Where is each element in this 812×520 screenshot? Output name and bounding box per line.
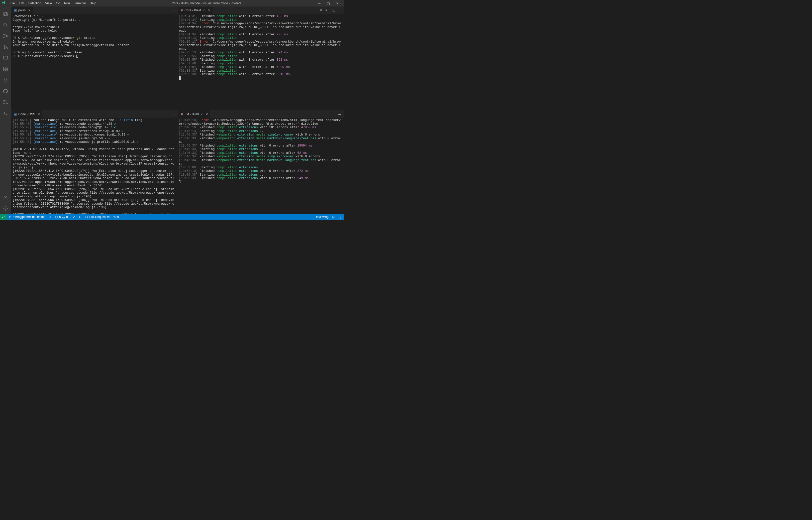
more-actions-icon[interactable]: ⋯ (172, 112, 175, 116)
activity-settings-gear-icon[interactable] (0, 203, 11, 214)
activity-search-icon[interactable] (0, 20, 11, 31)
check-icon: ✓ (203, 8, 205, 12)
svg-point-30 (79, 216, 80, 217)
activity-github-icon[interactable] (0, 86, 11, 97)
svg-point-17 (6, 103, 7, 104)
tab-ext-build[interactable]: ✖ Ext - Build ✓ ✕ (178, 110, 210, 118)
svg-point-38 (333, 216, 335, 218)
check-icon: ✓ (200, 112, 203, 116)
tab-code-oss[interactable]: ▣ Code - OSS ✕ (12, 110, 42, 118)
error-count: 0 (59, 215, 61, 219)
svg-point-19 (4, 196, 6, 198)
menu-help[interactable]: Help (88, 1, 98, 5)
more-actions-icon[interactable]: ⋯ (338, 112, 341, 116)
x-count: 2 (73, 215, 75, 219)
activity-source-control-icon[interactable] (0, 31, 11, 42)
activity-debug-icon[interactable] (0, 42, 11, 53)
main-menu: FileEditSelectionViewGoRunTerminalHelp (8, 1, 98, 5)
svg-point-16 (3, 103, 5, 104)
status-bell-icon[interactable] (337, 215, 344, 219)
terminal-icon: ▣ (14, 8, 17, 12)
menu-go[interactable]: Go (54, 1, 62, 5)
toggle-changes-icon[interactable]: ⧉ (320, 8, 322, 13)
window-maximize-icon[interactable]: ▢ (324, 1, 333, 5)
terminal-br[interactable]: [13:46:10] Error: C:/Users/merogge/repos… (177, 118, 344, 214)
tab-bar-bl: ▣ Code - OSS ✕ ⋯ (11, 110, 177, 118)
tab-pwsh[interactable]: ▣ pwsh ✕ (12, 6, 33, 14)
editor-grid: ▣ pwsh ✕ ⋯ PowerShell 7.1.3 Copyright (c… (11, 6, 344, 214)
terminal-bl[interactable]: [11:55:40] You can manage built-in exten… (11, 118, 177, 214)
status-bar: merogge/terminal-editor 0 0 2 Pull Reque… (0, 214, 344, 220)
terminal-icon: ▣ (14, 112, 17, 116)
terminal-tl[interactable]: PowerShell 7.1.3 Copyright (c) Microsoft… (11, 14, 177, 110)
svg-point-8 (6, 47, 7, 49)
status-feedback-icon[interactable] (330, 215, 337, 219)
more-actions-icon[interactable]: ⋯ (172, 8, 175, 12)
status-branch[interactable]: merogge/terminal-editor (7, 215, 46, 219)
new-terminal-icon[interactable]: ＋⌄ (325, 8, 330, 13)
menu-selection[interactable]: Selection (26, 1, 43, 5)
warning-count: 0 (66, 215, 68, 219)
tab-core-build[interactable]: ✖ Core - Build ✓ ✕ (178, 6, 212, 14)
svg-point-22 (9, 217, 9, 218)
svg-point-15 (3, 100, 5, 101)
menu-edit[interactable]: Edit (17, 1, 26, 5)
titlebar: FileEditSelectionViewGoRunTerminalHelp C… (0, 0, 344, 6)
window-close-icon[interactable]: ✕ (333, 1, 342, 5)
terminal-tr[interactable]: [09:04:31] Finished compilation with 1 e… (177, 14, 344, 110)
tools-icon: ✖ (180, 112, 183, 116)
pr-label: Pull Request #127889 (89, 215, 119, 219)
close-icon[interactable]: ✕ (208, 8, 210, 12)
svg-rect-14 (6, 67, 8, 69)
svg-point-6 (6, 35, 7, 37)
window-title: Core - Build - vscode - Visual Studio Co… (98, 1, 315, 5)
pane-top-left: ▣ pwsh ✕ ⋯ PowerShell 7.1.3 Copyright (c… (11, 6, 177, 110)
status-remote-button[interactable] (0, 214, 7, 220)
split-editor-icon[interactable]: ◫ (332, 8, 335, 13)
status-sync-button[interactable] (46, 215, 53, 219)
svg-point-4 (3, 34, 5, 35)
menu-view[interactable]: View (43, 1, 54, 5)
svg-point-20 (5, 208, 6, 209)
window-minimize-icon[interactable]: ─ (315, 1, 324, 5)
tools-icon: ✖ (180, 8, 183, 12)
tab-label: Code - OSS (18, 112, 35, 116)
svg-rect-12 (3, 69, 5, 71)
activity-explorer-icon[interactable] (0, 8, 11, 20)
menu-run[interactable]: Run (62, 1, 72, 5)
status-pull-request[interactable]: Pull Request #127889 (83, 215, 121, 219)
status-problems[interactable]: 0 0 2 (53, 215, 76, 219)
pane-bottom-right: ✖ Ext - Build ✓ ✕ ⋯ [13:46:10] Error: C:… (177, 110, 344, 214)
tab-bar-br: ✖ Ext - Build ✓ ✕ ⋯ (177, 110, 344, 118)
tab-bar-tr: ✖ Core - Build ✓ ✕ ⧉ ＋⌄ ◫ ⋯ (177, 6, 344, 14)
status-ports-icon[interactable] (76, 215, 83, 219)
menu-terminal[interactable]: Terminal (72, 1, 88, 5)
close-icon[interactable]: ✕ (28, 8, 31, 12)
tab-label: Core - Build (184, 8, 201, 12)
svg-point-35 (86, 216, 86, 216)
svg-point-36 (86, 217, 86, 218)
svg-point-21 (9, 216, 9, 216)
branch-name: merogge/terminal-editor (13, 215, 45, 219)
tab-label: Ext - Build (184, 112, 199, 116)
status-reviewing[interactable]: Reviewing (313, 215, 330, 219)
more-actions-icon[interactable]: ⋯ (338, 8, 341, 13)
svg-rect-9 (3, 56, 8, 59)
activity-pull-requests-icon[interactable] (0, 97, 11, 108)
activity-terminal-icon[interactable] (0, 108, 11, 119)
activity-extensions-icon[interactable] (0, 63, 11, 75)
svg-line-3 (6, 26, 7, 27)
window-controls: ─ ▢ ✕ (315, 1, 342, 5)
activity-bar (0, 6, 11, 214)
close-icon[interactable]: ✕ (37, 112, 40, 116)
menu-file[interactable]: File (8, 1, 17, 5)
main-area: ▣ pwsh ✕ ⋯ PowerShell 7.1.3 Copyright (c… (0, 6, 344, 214)
activity-testing-icon[interactable] (0, 75, 11, 86)
tab-bar-tl: ▣ pwsh ✕ ⋯ (11, 6, 177, 14)
activity-accounts-icon[interactable] (0, 192, 11, 203)
pane-bottom-left: ▣ Code - OSS ✕ ⋯ [11:55:40] You can mana… (11, 110, 177, 214)
activity-remote-explorer-icon[interactable] (0, 53, 11, 63)
tab-label: pwsh (18, 8, 26, 12)
close-icon[interactable]: ✕ (205, 112, 208, 116)
svg-point-2 (4, 23, 6, 26)
